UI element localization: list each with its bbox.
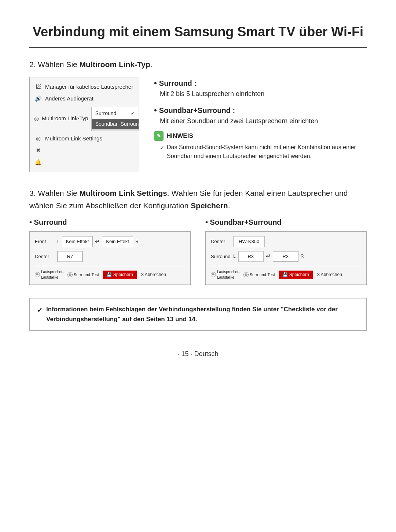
menu-row-linktyp: ◎ Multiroom Link-Typ Surround ✓ Soundbar… [30, 105, 139, 133]
x-icon: ✕ [140, 271, 144, 278]
surround-test-label: Surround-Test [74, 272, 99, 278]
sb-x-icon: ✕ [316, 271, 320, 278]
menu-label-linksettings: Multiroom Link Settings [45, 135, 135, 143]
bullet-item-soundbar: Soundbar+Surround : Mit einer Soundbar u… [154, 104, 367, 126]
soundbar-section: Soundbar+Surround Center HW-K850 Surroun… [205, 217, 367, 285]
surround-ui-panel: Front L Kein Effekt ↵ Kein Effekt R Cent… [29, 231, 191, 285]
bullet-title-surround: Surround : [154, 77, 367, 89]
speichern-label: Speichern [113, 272, 133, 277]
linktyp-icon: ◎ [34, 114, 39, 123]
sb-surround-arrow-icon: ↵ [266, 252, 271, 261]
step3-label-pre: 3. Wählen Sie [29, 189, 80, 197]
dropdown-soundbar: Soundbar+Surround [92, 119, 139, 129]
page-footer: · 15 · Deutsch [29, 349, 367, 359]
front-btn-left[interactable]: Kein Effekt [62, 236, 93, 247]
sb-surround-row: Surround L R3 ↵ R3 R [211, 251, 361, 263]
bullet-list-step2: Surround : Mit 2 bis 5 Lautsprechern ein… [154, 77, 367, 161]
menu-row-audio: 🔊 Anderes Audiogerät [30, 93, 139, 105]
soundbar-panel-title: Soundbar+Surround [205, 217, 367, 228]
sb-surround-label: Surround [211, 253, 231, 260]
speichern-button[interactable]: 💾 Speichern [103, 271, 137, 279]
abbrechen-btn[interactable]: ✕ Abbrechen [140, 271, 166, 278]
hinweis-title: ✎ HINWEIS [154, 131, 367, 141]
step3-title: 3. Wählen Sie Multiroom Link Settings. W… [29, 187, 367, 212]
cross-icon: ✖ [34, 146, 42, 155]
front-l-label: L [57, 238, 60, 245]
menu-row-manager: 🖼 Manager für kabellose Lautsprecher [30, 81, 139, 93]
manager-icon: 🖼 [34, 83, 42, 91]
hinweis-box: ✎ HINWEIS Das Surround-Sound-System kann… [154, 131, 367, 161]
lautstaerke-label: Lautsprecher- Lautstärke [41, 269, 64, 280]
sb-surround-btn-left[interactable]: R3 [238, 251, 264, 263]
sb-abbrechen-label: Abbrechen [321, 271, 342, 278]
sb-speichern-label: Speichern [289, 272, 309, 277]
front-label: Front [35, 238, 55, 245]
front-arrow-icon: ↵ [95, 237, 100, 246]
dropdown-soundbar-label: Soundbar+Surround [95, 120, 142, 128]
bottom-note-text: Informationen beim Fehlschlagen der Verb… [46, 304, 359, 324]
front-r-label: R [135, 238, 139, 245]
step3-speichern: Speichern [191, 201, 228, 210]
sb-lautstaerke-label: Lautsprecher- Lautstärke [217, 269, 240, 280]
abbrechen-label: Abbrechen [145, 271, 166, 278]
sb-center-label: Center [211, 238, 231, 245]
menu-row-linksettings: ◎ Multiroom Link Settings [30, 133, 139, 145]
bell-icon: 🔔 [34, 158, 42, 167]
bottom-note: Informationen beim Fehlschlagen der Verb… [29, 298, 367, 330]
sb-speichern-button[interactable]: 💾 Speichern [279, 271, 313, 279]
hinweis-icon: ✎ [154, 131, 164, 141]
sb-center-row: Center HW-K850 [211, 236, 361, 247]
step3-label-bold: Multiroom Link Settings [80, 189, 167, 197]
lautstaerke-btn[interactable]: ⊕ Lautsprecher- Lautstärke [35, 269, 64, 280]
linksettings-icon: ◎ [34, 135, 42, 143]
surround-section: Surround Front L Kein Effekt ↵ Kein Effe… [29, 217, 191, 285]
sb-surround-test-label: Surround-Test [250, 272, 275, 278]
front-btn-right[interactable]: Kein Effekt [102, 236, 133, 247]
soundbar-ui-panel: Center HW-K850 Surround L R3 ↵ R3 R ⊕ La… [205, 231, 367, 285]
step3-label-end: . [228, 201, 230, 210]
sb-speichern-icon: 💾 [282, 272, 288, 277]
sb-lautstaerke-btn[interactable]: ⊕ Lautsprecher- Lautstärke [211, 269, 240, 280]
sb-abbrechen-btn[interactable]: ✕ Abbrechen [316, 271, 342, 278]
menu-row-icon1: ✖ [30, 144, 139, 157]
sb-surround-r-label: R [301, 253, 304, 260]
menu-label-manager: Manager für kabellose Lautsprecher [45, 83, 135, 91]
menu-mockup: 🖼 Manager für kabellose Lautsprecher 🔊 A… [29, 77, 139, 173]
soundbar-panel-footer: ⊕ Lautsprecher- Lautstärke ◎ Surround-Te… [211, 266, 361, 280]
step2-label-bold: Multiroom Link-Typ [80, 60, 150, 69]
sb-surround-l-label: L [233, 253, 236, 260]
dropdown-surround: Surround ✓ [92, 108, 139, 119]
menu-row-icon2: 🔔 [30, 157, 139, 169]
checkmark-icon: ✓ [131, 110, 135, 117]
sb-surround-test-btn[interactable]: ◎ Surround-Test [243, 272, 275, 278]
hinweis-text: Das Surround-Sound-System kann nicht mit… [160, 143, 367, 161]
sb-surround-test-icon: ◎ [243, 272, 249, 277]
sb-center-btn[interactable]: HW-K850 [233, 236, 265, 247]
step2-title: 2. Wählen Sie Multiroom Link-Typ. [29, 59, 367, 70]
sb-surround-btn-right[interactable]: R3 [273, 251, 298, 262]
bullet-item-surround: Surround : Mit 2 bis 5 Lautsprechern ein… [154, 77, 367, 99]
sb-lautstaerke-icon: ⊕ [211, 272, 216, 277]
step2-label-pre: 2. Wählen Sie [29, 60, 80, 69]
page-number: · 15 · Deutsch [177, 350, 218, 357]
step2-label-end: . [150, 60, 153, 69]
bullet-desc-surround: Mit 2 bis 5 Lautsprechern einrichten [160, 89, 367, 99]
center-btn[interactable]: R7 [57, 251, 83, 263]
menu-label-linktyp: Multiroom Link-Typ [42, 114, 88, 123]
menu-dropdown: Surround ✓ Soundbar+Surround [91, 107, 139, 131]
surround-test-btn[interactable]: ◎ Surround-Test [67, 272, 99, 278]
dropdown-surround-label: Surround [95, 110, 117, 117]
center-label: Center [35, 253, 55, 260]
surround-panels: Surround Front L Kein Effekt ↵ Kein Effe… [29, 217, 367, 285]
lautstaerke-icon: ⊕ [35, 272, 40, 277]
step2-container: 🖼 Manager für kabellose Lautsprecher 🔊 A… [29, 77, 367, 173]
speichern-icon: 💾 [106, 272, 112, 277]
hinweis-content: Das Surround-Sound-System kann nicht mit… [160, 143, 367, 161]
center-row: Center R7 [35, 251, 185, 263]
surround-test-icon: ◎ [67, 272, 73, 277]
menu-label-audio: Anderes Audiogerät [45, 95, 135, 103]
audio-icon: 🔊 [34, 95, 42, 103]
front-row: Front L Kein Effekt ↵ Kein Effekt R [35, 236, 185, 247]
surround-panel-title: Surround [29, 217, 191, 228]
surround-panel-footer: ⊕ Lautsprecher- Lautstärke ◎ Surround-Te… [35, 266, 185, 280]
